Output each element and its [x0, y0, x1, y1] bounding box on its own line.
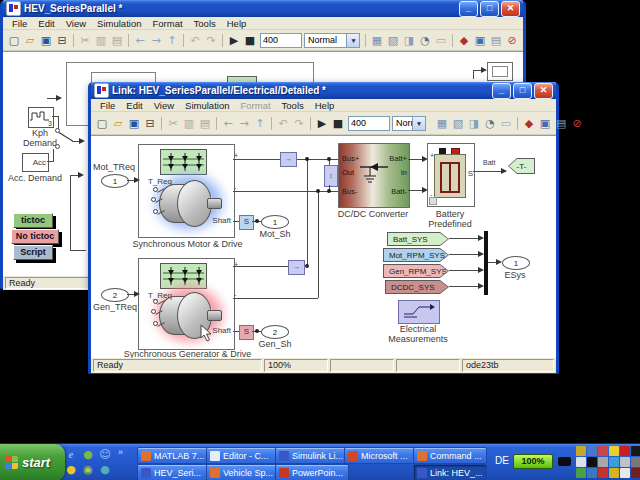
generator-shaft-s-tag[interactable]: S [239, 325, 254, 340]
subsystem-icon[interactable]: ▧ [450, 116, 466, 131]
from-tag-dcdc-sys[interactable]: DCDC_SYS [385, 280, 449, 294]
titlebar[interactable]: HEV_SeriesParallel * _ □ ✕ [3, 0, 523, 17]
motor-shaft-s-tag[interactable]: S [239, 215, 254, 230]
window-link-detailed[interactable]: Link: HEV_SeriesParallel/Electrical/Deta… [88, 82, 559, 374]
play-icon[interactable]: ▶ [226, 33, 242, 48]
library-icon[interactable]: ◆ [521, 116, 537, 131]
goto-tag-t[interactable]: -T- [508, 158, 535, 174]
current-sensor-block[interactable]: → [288, 260, 305, 275]
menu-help[interactable]: Help [222, 18, 252, 29]
kph-demand-block[interactable]: 3 [28, 107, 54, 128]
menu-format[interactable]: Format [147, 18, 187, 29]
chevron-down-icon[interactable]: ▾ [346, 34, 359, 47]
model-canvas[interactable]: T_Req Shaft + - 1 Mot_TReq Synchronous M… [91, 135, 556, 358]
save-icon[interactable]: ▣ [126, 116, 142, 131]
model-explorer-icon[interactable]: ▣ [472, 33, 488, 48]
cut-icon[interactable]: ✂ [77, 33, 93, 48]
task-button[interactable]: Vehicle Sp... [206, 464, 280, 480]
paste-icon[interactable]: ▤ [197, 116, 213, 131]
print-icon[interactable]: ⊟ [54, 33, 70, 48]
current-sensor-block[interactable]: → [280, 152, 297, 167]
undo-icon[interactable]: ↶ [275, 116, 291, 131]
tray-icon[interactable] [587, 446, 597, 456]
refresh-icon[interactable]: ◨ [466, 116, 482, 131]
voltage-sensor-block[interactable]: ↕ [324, 165, 338, 187]
menu-file[interactable]: File [7, 18, 32, 29]
outport-mot-sh[interactable]: 1 [261, 215, 289, 229]
acc-demand-block[interactable]: Acc [22, 153, 49, 172]
key-icon[interactable]: ● [64, 463, 78, 476]
tray-icon[interactable] [631, 457, 640, 467]
open-icon[interactable]: ▱ [22, 33, 38, 48]
tray-icon[interactable] [576, 468, 586, 478]
tray-icon[interactable] [598, 468, 608, 478]
mux-block[interactable] [484, 231, 488, 295]
task-button[interactable]: Editor - C... [206, 447, 280, 464]
frame-icon[interactable]: ▭ [498, 116, 514, 131]
paste-icon[interactable]: ▤ [109, 33, 125, 48]
menu-help[interactable]: Help [310, 100, 340, 111]
tray-icon[interactable] [609, 468, 619, 478]
maximize-button[interactable]: □ [480, 1, 499, 17]
from-tag-gen-rpm-sys[interactable]: Gen_RPM_SYS [383, 264, 449, 278]
minimize-button[interactable]: _ [459, 1, 478, 17]
print-icon[interactable]: ⊟ [142, 116, 158, 131]
task-button[interactable]: Microsoft ... [344, 447, 418, 464]
play-icon[interactable]: ▶ [314, 116, 330, 131]
power-plug-icon[interactable] [558, 457, 571, 466]
up-icon[interactable]: ↑ [164, 33, 180, 48]
tray-icon[interactable] [609, 446, 619, 456]
menu-simulation[interactable]: Simulation [180, 100, 234, 111]
sim-mode-select[interactable]: Normal ▾ [304, 33, 360, 48]
sim-time-input[interactable] [260, 33, 302, 48]
redo-icon[interactable]: ↷ [291, 116, 307, 131]
minimize-button[interactable]: _ [492, 83, 511, 99]
tray-icon[interactable] [631, 468, 640, 478]
stop-icon[interactable]: ■ [242, 33, 258, 48]
workspace-icon[interactable]: ▤ [488, 33, 504, 48]
cut-icon[interactable]: ✂ [165, 116, 181, 131]
menu-simulation[interactable]: Simulation [92, 18, 146, 29]
tray-icon[interactable] [609, 457, 619, 467]
start-button[interactable]: start [0, 444, 65, 480]
task-button[interactable]: HEV_Seri... [137, 464, 211, 480]
from-tag-mot-rpm-sys[interactable]: Mot_RPM_SYS [383, 248, 449, 262]
no-tictoc-button[interactable]: No tictoc [11, 229, 59, 244]
up-icon[interactable]: ↑ [252, 116, 268, 131]
task-button[interactable]: Link: HEV_... [413, 464, 487, 480]
new-icon[interactable]: ▢ [6, 33, 22, 48]
menu-tools[interactable]: Tools [189, 18, 221, 29]
forward-icon[interactable]: → [236, 116, 252, 131]
titlebar[interactable]: Link: HEV_SeriesParallel/Electrical/Deta… [91, 82, 556, 99]
task-button[interactable]: Simulink Li... [275, 447, 349, 464]
tray-icon[interactable] [587, 457, 597, 467]
script-button[interactable]: Script [13, 245, 53, 260]
language-indicator[interactable]: DE [495, 455, 509, 466]
back-icon[interactable]: ← [132, 33, 148, 48]
menu-tools[interactable]: Tools [277, 100, 309, 111]
electrical-measurements-block[interactable] [398, 300, 440, 324]
tray-icon[interactable] [576, 457, 586, 467]
battery-meter-icon[interactable]: ◉ [81, 463, 95, 476]
inport-mot-treq[interactable]: 1 [101, 174, 129, 188]
open-icon[interactable]: ▱ [110, 116, 126, 131]
close-button[interactable]: ✕ [534, 83, 553, 99]
inport-gen-treq[interactable]: 2 [101, 288, 129, 302]
menu-file[interactable]: File [95, 100, 120, 111]
redo-icon[interactable]: ↷ [203, 33, 219, 48]
workspace-icon[interactable]: ▤ [553, 116, 569, 131]
maximize-button[interactable]: □ [513, 83, 532, 99]
task-button[interactable]: MATLAB 7... [137, 447, 211, 464]
debug-icon[interactable]: ⊘ [504, 33, 520, 48]
messenger-icon[interactable]: ☺ [98, 448, 112, 461]
tray-icon[interactable] [620, 457, 630, 467]
clock-icon[interactable]: ◔ [417, 33, 433, 48]
menu-view[interactable]: View [149, 100, 179, 111]
debug-icon[interactable]: ⊘ [569, 116, 585, 131]
close-button[interactable]: ✕ [501, 1, 520, 17]
tray-icon[interactable] [598, 457, 608, 467]
tray-icon[interactable] [587, 468, 597, 478]
task-button[interactable]: PowerPoin... [275, 464, 349, 480]
model-explorer-icon[interactable]: ▣ [537, 116, 553, 131]
outport-esys[interactable]: 1 [502, 256, 530, 270]
